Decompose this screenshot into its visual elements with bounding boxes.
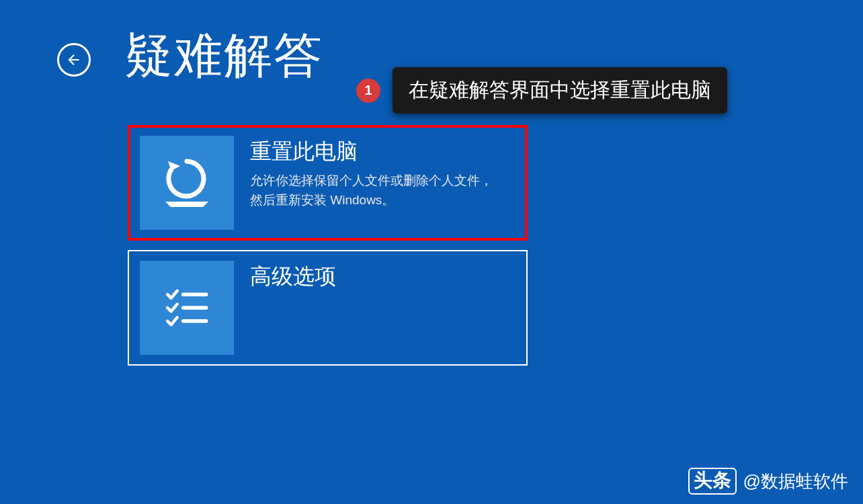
arrow-left-icon (65, 51, 83, 69)
checklist-icon (140, 261, 234, 355)
option-advanced[interactable]: 高级选项 (128, 250, 528, 366)
annotation-badge: 1 (356, 79, 380, 103)
back-button[interactable] (57, 43, 91, 77)
option-title: 高级选项 (250, 262, 336, 292)
annotation: 1 在疑难解答界面中选择重置此电脑 (356, 67, 727, 114)
watermark-logo: 头条 (688, 468, 737, 495)
watermark-text: @数据蛙软件 (743, 470, 848, 493)
page-title: 疑难解答 (124, 24, 323, 88)
option-reset-pc[interactable]: 重置此电脑 允许你选择保留个人文件或删除个人文件，然后重新安装 Windows。 (128, 125, 528, 241)
annotation-tooltip: 在疑难解答界面中选择重置此电脑 (393, 67, 727, 114)
option-title: 重置此电脑 (250, 137, 499, 167)
reset-icon (140, 136, 234, 230)
watermark: 头条 @数据蛙软件 (688, 468, 848, 495)
options-list: 重置此电脑 允许你选择保留个人文件或删除个人文件，然后重新安装 Windows。… (128, 125, 863, 366)
option-description: 允许你选择保留个人文件或删除个人文件，然后重新安装 Windows。 (250, 171, 499, 210)
